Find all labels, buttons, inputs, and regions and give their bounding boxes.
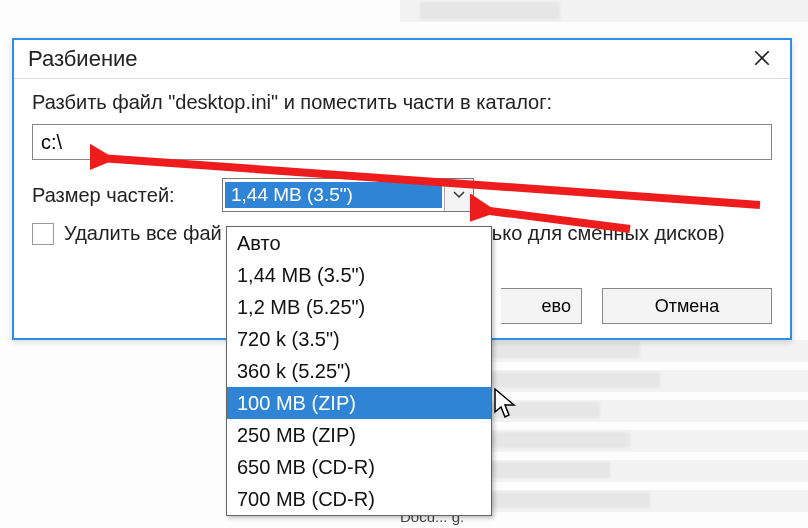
dropdown-option[interactable]: 650 MB (CD-R) <box>227 451 491 483</box>
delete-files-label-b: ько для сменных дисков) <box>492 222 725 245</box>
close-button[interactable] <box>740 42 784 74</box>
combobox-caret[interactable] <box>444 179 473 211</box>
titlebar: Разбиение <box>14 40 790 79</box>
close-icon <box>753 49 771 67</box>
part-size-selected: 1,44 MB (3.5") <box>225 182 442 208</box>
dropdown-option[interactable]: 700 MB (CD-R) <box>227 483 491 515</box>
cancel-button[interactable]: Отмена <box>602 288 772 324</box>
part-size-label: Размер частей: <box>32 184 222 207</box>
part-size-dropdown-list[interactable]: Авто 1,44 MB (3.5") 1,2 MB (5.25") 720 k… <box>226 226 492 516</box>
dropdown-option-selected[interactable]: 100 MB (ZIP) <box>227 387 491 419</box>
dropdown-option[interactable]: 360 k (5.25") <box>227 355 491 387</box>
dropdown-option[interactable]: 250 MB (ZIP) <box>227 419 491 451</box>
dropdown-option[interactable]: 1,2 MB (5.25") <box>227 291 491 323</box>
instruction-label: Разбить файл "desktop.ini" и поместить ч… <box>32 91 772 114</box>
dialog-title: Разбиение <box>28 46 138 72</box>
dropdown-option[interactable]: Авто <box>227 227 491 259</box>
chevron-down-icon <box>453 191 465 199</box>
ok-button-partial[interactable]: ево <box>501 288 582 324</box>
delete-files-checkbox[interactable] <box>32 223 54 245</box>
dropdown-option[interactable]: 1,44 MB (3.5") <box>227 259 491 291</box>
part-size-combobox[interactable]: 1,44 MB (3.5") <box>222 178 474 212</box>
dropdown-option[interactable]: 720 k (3.5") <box>227 323 491 355</box>
destination-path-input[interactable] <box>32 124 772 160</box>
delete-files-label-a: Удалить все фай <box>64 222 222 245</box>
